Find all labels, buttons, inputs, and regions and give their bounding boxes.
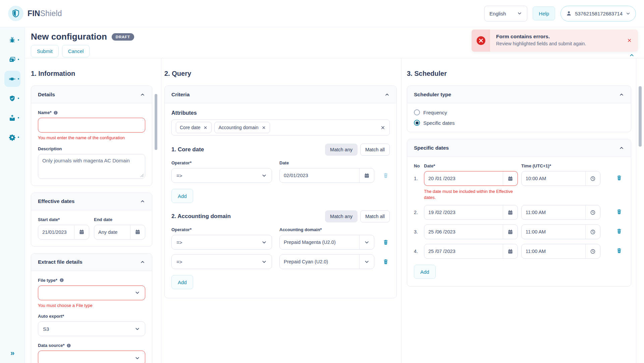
match-all-button[interactable]: Match all [360,210,390,222]
time-value: 11:00 AM [522,205,585,219]
auto-export-select[interactable]: S3 [38,321,145,336]
chevron-down-icon[interactable] [359,235,374,249]
schedule-date-field[interactable]: 25 /06 /2023 [424,224,518,239]
collapse-icon[interactable] [140,259,145,265]
error-toast-subtitle: Review highlighted fields and submit aga… [496,41,586,46]
sidebar-item-bug[interactable] [4,32,20,48]
effective-dates-card: Effective dates Start date* 21/01/2023 [31,193,152,247]
accounting-operator-select[interactable]: => [171,235,272,250]
sidebar-item-shield[interactable] [4,90,20,106]
column-scrollbar[interactable] [155,94,157,150]
row-number: 3. [414,229,424,235]
data-source-select[interactable] [38,351,145,363]
attribute-chip[interactable]: Core date [176,122,212,133]
clock-icon[interactable] [585,244,600,258]
sidebar-item-export[interactable] [4,110,20,126]
frequency-radio[interactable]: Frequency [414,109,624,115]
brand-logo: FINShield [8,6,62,21]
schedule-time-field[interactable]: 11:00 AM [521,244,600,259]
calendar-icon[interactable] [503,171,518,186]
help-button[interactable]: Help [533,6,555,20]
accounting-domain-select[interactable]: Prepaid Magenta (U2.0) [279,235,374,250]
end-date-label: End date [94,217,112,222]
remove-chip-icon[interactable] [203,125,208,130]
sidebar-item-settings[interactable] [4,129,20,145]
clock-icon[interactable] [585,171,600,186]
language-select[interactable]: English [484,6,527,21]
delete-row-icon[interactable] [383,172,389,178]
start-date-field[interactable]: 21/01/2023 [38,225,89,240]
sidebar-expand-button[interactable]: » [0,349,25,358]
file-type-label: File type* [38,278,57,283]
core-date-field[interactable]: 02/01/2023 [279,168,374,183]
collapse-icon[interactable] [619,145,624,151]
chevron-down-icon[interactable] [359,255,374,269]
delete-row-icon[interactable] [616,175,622,181]
specific-dates-radio[interactable]: Specific dates [414,120,624,126]
calendar-icon[interactable] [74,225,89,239]
schedule-date-field[interactable]: 25 /07 /2023 [424,244,518,259]
schedule-time-field[interactable]: 11:00 AM [521,224,600,239]
cancel-button[interactable]: Cancel [62,45,90,57]
info-icon [59,278,64,282]
match-any-button[interactable]: Match any [325,144,358,156]
clock-icon[interactable] [585,225,600,239]
information-column: 1. Information Details Name* You must en… [25,58,161,363]
clock-icon[interactable] [585,205,600,219]
match-any-button[interactable]: Match any [325,210,358,222]
language-value: English [489,11,506,16]
name-field[interactable] [38,118,145,133]
chevron-down-icon [626,11,631,16]
match-all-button[interactable]: Match all [360,144,390,156]
page-scrollbar[interactable] [639,86,642,147]
attribute-chip[interactable]: Accounting domain [214,122,270,133]
sidebar-item-connector[interactable] [4,71,20,87]
add-accounting-row-button[interactable]: Add [171,275,193,289]
error-toast-title: Form contains errors. [496,34,586,40]
details-card: Details Name* You must enter the name of… [31,86,152,186]
schedule-date-field[interactable]: 19 /02 /2023 [424,205,518,220]
remove-chip-icon[interactable] [262,125,266,130]
collapse-icon[interactable] [140,199,145,204]
delete-row-icon[interactable] [383,259,389,265]
delete-row-icon[interactable] [616,228,622,234]
schedule-time-field[interactable]: 11:00 AM [521,205,600,220]
close-icon[interactable] [627,38,632,43]
delete-row-icon[interactable] [616,248,622,254]
accounting-domain-select[interactable]: Prepaid Cyan (U2.0) [279,254,374,269]
add-core-date-button[interactable]: Add [171,189,193,203]
name-error: You must enter the name of the configura… [38,135,145,141]
chevron-down-icon [261,173,267,178]
sidebar-item-stack[interactable] [4,51,20,67]
file-type-select[interactable] [38,286,145,300]
schedule-time-field[interactable]: 10:00 AM [521,171,600,186]
add-schedule-row-button[interactable]: Add [414,265,436,279]
row-number: 4. [414,249,424,254]
calendar-icon[interactable] [503,244,518,258]
radio-icon [414,109,420,115]
main-content: New configuration DRAFT Submit Cancel 1.… [25,27,644,363]
schedule-row: 4. 25 /07 /2023 11:00 AM [414,244,624,259]
calendar-icon[interactable] [503,225,518,239]
collapse-icon[interactable] [384,92,390,97]
delete-row-icon[interactable] [383,239,389,245]
attributes-input[interactable]: Core date Accounting domain [171,119,390,136]
extract-file-card: Extract file details File type* You must… [31,253,152,363]
collapse-icon[interactable] [140,92,145,97]
accounting-operator-select[interactable]: => [171,254,272,269]
user-menu[interactable]: 53762158172683714 [560,6,636,21]
calendar-icon[interactable] [503,205,518,219]
description-field[interactable]: Only journals with magenta AC Domain [38,154,145,179]
collapse-header-icon[interactable] [629,52,635,58]
end-date-field[interactable]: Any date [94,225,145,240]
clear-attributes-icon[interactable] [380,125,385,130]
calendar-icon[interactable] [130,225,145,239]
submit-button[interactable]: Submit [31,45,59,57]
date-value: 20 /01 /2023 [424,171,503,186]
collapse-icon[interactable] [619,92,624,97]
core-date-operator-select[interactable]: => [171,168,272,183]
schedule-date-field[interactable]: 20 /01 /2023 [424,171,518,186]
delete-row-icon[interactable] [616,209,622,215]
calendar-icon[interactable] [359,168,374,183]
date-value: 25 /07 /2023 [424,244,503,258]
